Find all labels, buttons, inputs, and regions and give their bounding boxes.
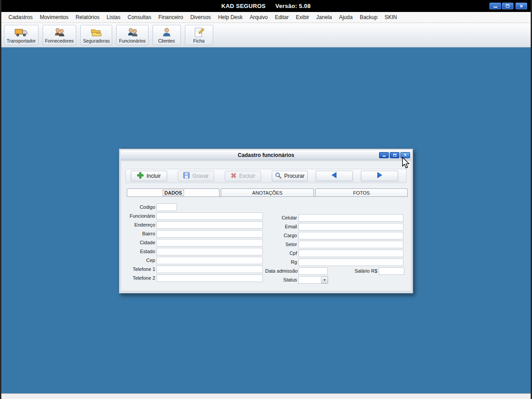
- email-input[interactable]: [298, 223, 403, 231]
- bairro-input[interactable]: [156, 230, 263, 238]
- form-row: Rg: [265, 258, 414, 266]
- tab-label: FOTOS: [353, 190, 370, 196]
- chevron-down-icon: ▼: [323, 278, 326, 282]
- tab-fotos[interactable]: FOTOS: [315, 188, 408, 196]
- toolbar-label: Funcionários: [119, 38, 145, 43]
- salario-label: Salário R$: [347, 268, 377, 274]
- status-dropdown-button[interactable]: ▼: [321, 276, 328, 284]
- toolbar-transportador-button[interactable]: Transportador: [4, 25, 39, 45]
- menu-ajuda[interactable]: Ajuda: [336, 12, 356, 23]
- setor-label: Setor: [265, 242, 297, 247]
- toolbar-ficha-button[interactable]: Ficha: [185, 25, 213, 45]
- tab-anotacoes[interactable]: ANOTAÇÕES: [221, 188, 313, 196]
- cpf-input[interactable]: [298, 250, 403, 257]
- toolbar-label: Clientes: [158, 38, 175, 43]
- telefone1-input[interactable]: [156, 266, 263, 273]
- menu-editar[interactable]: Editar: [271, 12, 292, 23]
- form-row: Cargo: [265, 231, 414, 240]
- form-left-column: Codigo Funcionário Endereço Bairro Cidad…: [125, 203, 268, 282]
- button-label: Procurar: [284, 173, 305, 179]
- tab-dados[interactable]: DADOS: [127, 188, 219, 196]
- cep-input[interactable]: [156, 257, 263, 264]
- close-button[interactable]: ×: [516, 3, 527, 9]
- form-row: Cidade: [125, 238, 268, 247]
- endereco-input[interactable]: [156, 221, 263, 229]
- form-row: Telefone 1: [125, 265, 268, 274]
- codigo-input[interactable]: [156, 203, 177, 211]
- rg-input[interactable]: [298, 258, 403, 266]
- incluir-button[interactable]: Incluir: [131, 171, 167, 181]
- dialog-close-button[interactable]: ×: [400, 152, 410, 158]
- toolbar-fornecedores-button[interactable]: Fornecedores: [43, 25, 77, 45]
- menu-helpdesk[interactable]: Help Desk: [215, 12, 246, 23]
- estado-input[interactable]: [156, 248, 263, 255]
- excluir-button[interactable]: Excluir: [225, 171, 261, 181]
- button-label: Excluir: [239, 173, 255, 179]
- menu-cadastros[interactable]: Cadastros: [5, 12, 36, 23]
- codigo-label: Codigo: [125, 204, 155, 210]
- toolbar-clientes-button[interactable]: Clientes: [153, 25, 181, 45]
- cargo-input[interactable]: [298, 232, 403, 239]
- telefone2-input[interactable]: [156, 274, 263, 282]
- menu-diversos[interactable]: Diversos: [187, 12, 215, 23]
- menu-consultas[interactable]: Consultas: [124, 12, 155, 23]
- form-row: Cpf: [265, 249, 414, 258]
- tab-label: ANOTAÇÕES: [252, 190, 282, 196]
- status-label: Status: [265, 277, 297, 282]
- arrow-right-icon: [376, 172, 383, 180]
- rg-label: Rg: [265, 259, 297, 265]
- application-window: KAD SEGUROS Versão: 5.08 × Cadastros Mov…: [0, 0, 532, 399]
- toolbar-label: Seguradoras: [83, 38, 110, 43]
- dialog-tab-strip: DADOS ANOTAÇÕES FOTOS: [127, 188, 408, 197]
- menu-backup[interactable]: Backup: [356, 12, 381, 23]
- menu-movimentos[interactable]: Movimentos: [36, 12, 72, 23]
- procurar-button[interactable]: Procurar: [272, 171, 308, 181]
- form-row: Status ▼: [265, 275, 414, 284]
- menu-exibir[interactable]: Exibir: [292, 12, 313, 23]
- search-icon: [275, 172, 282, 180]
- toolbar-label: Ficha: [193, 38, 205, 43]
- salario-input[interactable]: [379, 267, 404, 275]
- document-pencil-icon: [193, 26, 205, 38]
- gravar-button[interactable]: Gravar: [178, 171, 214, 181]
- celular-label: Celular: [265, 215, 297, 220]
- truck-icon: [15, 26, 28, 38]
- dialog-titlebar[interactable]: Cadastro funcionários ×: [121, 150, 411, 160]
- form-row: Telefone 2: [125, 274, 268, 282]
- dialog-body: Incluir Gravar Excluir: [121, 160, 411, 291]
- menu-skin[interactable]: SKIN: [381, 12, 400, 23]
- dialog-maximize-button[interactable]: [390, 152, 399, 158]
- next-record-button[interactable]: [361, 171, 398, 181]
- form-row: Celular: [265, 213, 414, 222]
- setor-input[interactable]: [298, 241, 403, 248]
- cidade-input[interactable]: [156, 239, 263, 246]
- previous-record-button[interactable]: [316, 171, 353, 181]
- arrow-left-icon: [330, 172, 338, 180]
- form-row: Funcionário: [125, 211, 268, 220]
- main-titlebar[interactable]: KAD SEGUROS Versão: 5.08 ×: [1, 0, 531, 12]
- form-row: Data admissão Salário R$: [265, 266, 414, 275]
- main-toolbar: Transportador Fornecedores Seguradoras: [1, 23, 531, 47]
- menu-relatorios[interactable]: Relatórios: [72, 12, 103, 23]
- close-icon: ×: [520, 4, 523, 9]
- toolbar-funcionarios-button[interactable]: Funcionários: [116, 25, 148, 45]
- status-input[interactable]: [298, 276, 321, 284]
- folders-icon: [90, 26, 102, 38]
- menu-janela[interactable]: Janela: [313, 12, 335, 23]
- data-admissao-input[interactable]: [298, 267, 328, 275]
- menu-financeiro[interactable]: Financeiro: [155, 12, 187, 23]
- menu-listas[interactable]: Listas: [103, 12, 124, 23]
- dialog-minimize-button[interactable]: [379, 152, 389, 158]
- menu-arquivo[interactable]: Arquivo: [246, 12, 271, 23]
- maximize-button[interactable]: [502, 3, 513, 9]
- app-title: KAD SEGUROS: [221, 3, 266, 9]
- dialog-action-panel: Incluir Gravar Excluir: [125, 169, 407, 183]
- form-row: Codigo: [125, 203, 268, 211]
- funcionario-input[interactable]: [156, 212, 263, 220]
- toolbar-seguradoras-button[interactable]: Seguradoras: [80, 25, 112, 45]
- celular-input[interactable]: [298, 214, 403, 222]
- telefone1-label: Telefone 1: [125, 266, 155, 272]
- minimize-button[interactable]: [489, 3, 501, 9]
- minimize-icon: [383, 155, 386, 156]
- toolbar-label: Fornecedores: [45, 38, 74, 43]
